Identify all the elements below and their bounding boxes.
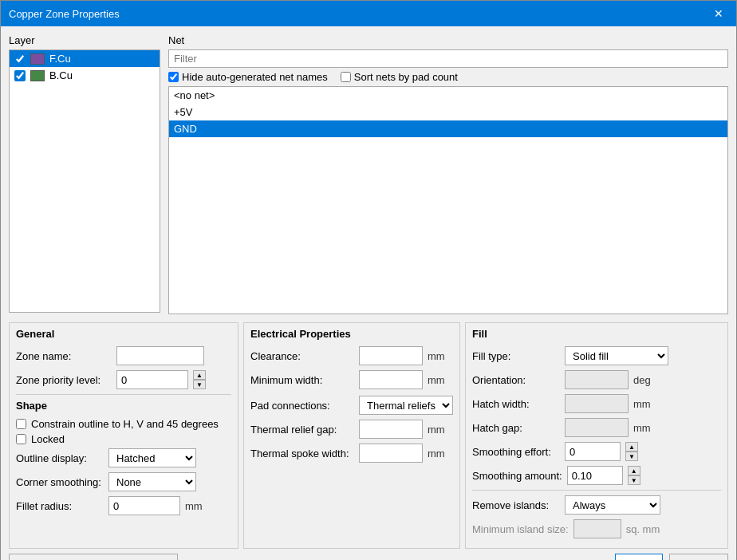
layer-panel: Layer F.Cu B.Cu xyxy=(9,34,160,314)
orientation-unit: deg xyxy=(633,374,651,386)
constrain-checkbox[interactable] xyxy=(16,419,26,429)
export-settings-button[interactable]: Export Settings to Other Zones xyxy=(9,554,178,560)
outline-display-select[interactable]: Hatched Solid Invisible xyxy=(108,448,196,467)
net-item-gnd[interactable]: GND xyxy=(169,120,727,137)
orientation-label: Orientation: xyxy=(472,374,560,386)
smoothing-effort-input[interactable]: 0 xyxy=(565,442,621,461)
smoothing-amount-label: Smoothing amount: xyxy=(472,470,562,482)
shape-title: Shape xyxy=(16,400,231,412)
dialog-title: Copper Zone Properties xyxy=(9,8,120,20)
fillet-radius-label: Fillet radius: xyxy=(16,500,104,512)
net-section-label: Net xyxy=(168,34,728,46)
smoothing-amount-spinner: ▲ ▼ xyxy=(628,466,640,485)
orientation-row: Orientation: 0 deg xyxy=(472,370,721,389)
clearance-label: Clearance: xyxy=(250,350,354,362)
smoothing-amount-row: Smoothing amount: 0.10 ▲ ▼ xyxy=(472,466,721,485)
zone-name-row: Zone name: xyxy=(16,346,231,365)
net-item-nonet[interactable]: <no net> xyxy=(169,87,727,104)
corner-smoothing-row: Corner smoothing: None Chamfer Round xyxy=(16,472,231,491)
layer-bcu-color xyxy=(30,70,45,81)
layer-bcu-checkbox[interactable] xyxy=(14,70,26,81)
sort-by-pad-checkbox[interactable] xyxy=(341,72,351,82)
corner-smoothing-select[interactable]: None Chamfer Round xyxy=(108,472,196,491)
thermal-gap-input[interactable]: 0.508 xyxy=(359,420,423,439)
min-width-label: Minimum width: xyxy=(250,374,354,386)
zone-priority-input[interactable]: 0 xyxy=(116,370,188,389)
dialog-window: Copper Zone Properties ✕ Layer F.Cu B xyxy=(0,0,737,560)
thermal-gap-row: Thermal relief gap: 0.508 mm xyxy=(250,420,453,439)
smoothing-amount-down[interactable]: ▼ xyxy=(628,475,640,485)
net-options: Hide auto-generated net names Sort nets … xyxy=(168,71,728,83)
layer-bcu-label: B.Cu xyxy=(49,69,73,81)
min-width-unit: mm xyxy=(428,374,445,386)
title-bar: Copper Zone Properties ✕ xyxy=(1,1,736,26)
zone-priority-up[interactable]: ▲ xyxy=(193,370,206,380)
pad-connections-label: Pad connections: xyxy=(250,400,354,412)
layer-fcu-checkbox[interactable] xyxy=(14,53,26,65)
net-item-5v[interactable]: +5V xyxy=(169,104,727,120)
min-island-row: Minimum island size: 0 sq. mm xyxy=(472,519,721,538)
hatch-width-label: Hatch width: xyxy=(472,398,560,410)
net-filter-input[interactable] xyxy=(168,49,728,68)
ok-button[interactable]: OK xyxy=(615,554,663,560)
smoothing-effort-down[interactable]: ▼ xyxy=(625,452,638,461)
smoothing-amount-up[interactable]: ▲ xyxy=(628,466,640,475)
hatch-gap-input[interactable]: 1.524 xyxy=(565,418,629,437)
lower-section: General Zone name: Zone priority level: … xyxy=(9,322,728,549)
orientation-input[interactable]: 0 xyxy=(565,370,629,389)
net-list: <no net> +5V GND xyxy=(168,86,728,314)
min-island-label: Minimum island size: xyxy=(472,523,569,535)
top-section: Layer F.Cu B.Cu Net xyxy=(9,34,728,314)
dialog-content: Layer F.Cu B.Cu Net xyxy=(1,26,736,560)
hatch-width-input[interactable]: 1.016 xyxy=(565,394,629,413)
hatch-gap-label: Hatch gap: xyxy=(472,422,560,434)
fillet-radius-unit: mm xyxy=(185,500,203,512)
thermal-gap-label: Thermal relief gap: xyxy=(250,424,354,436)
corner-smoothing-label: Corner smoothing: xyxy=(16,476,104,488)
constrain-row: Constrain outline to H, V and 45 degrees xyxy=(16,418,231,430)
fillet-radius-input[interactable]: 0 xyxy=(108,496,180,515)
close-button[interactable]: ✕ xyxy=(709,6,728,22)
thermal-spoke-unit: mm xyxy=(428,448,445,459)
clearance-input[interactable]: 0.508 xyxy=(359,346,423,365)
zone-priority-row: Zone priority level: 0 ▲ ▼ xyxy=(16,370,231,389)
layer-fcu-label: F.Cu xyxy=(49,53,71,65)
fill-type-select[interactable]: Solid fill Hatched Concentric xyxy=(565,346,668,365)
zone-name-input[interactable] xyxy=(116,346,204,365)
layer-item-fcu[interactable]: F.Cu xyxy=(10,50,160,67)
layer-list: F.Cu B.Cu xyxy=(9,49,160,313)
remove-islands-row: Remove islands: Always Never Below thres… xyxy=(472,495,721,515)
hatch-gap-unit: mm xyxy=(633,422,651,434)
smoothing-effort-up[interactable]: ▲ xyxy=(625,442,638,452)
zone-priority-label: Zone priority level: xyxy=(16,374,112,386)
thermal-spoke-input[interactable]: 0.508 xyxy=(359,444,423,463)
zone-priority-down[interactable]: ▼ xyxy=(193,380,206,389)
min-width-input[interactable]: 0.254 xyxy=(359,370,423,389)
locked-checkbox[interactable] xyxy=(16,434,26,444)
pad-connections-select[interactable]: Thermal reliefs Solid None xyxy=(359,396,453,415)
footer: Export Settings to Other Zones OK Cancel xyxy=(9,549,728,560)
pad-connections-row: Pad connections: Thermal reliefs Solid N… xyxy=(250,396,453,415)
layer-fcu-color xyxy=(30,53,45,65)
hide-auto-checkbox[interactable] xyxy=(168,72,179,82)
smoothing-amount-input[interactable]: 0.10 xyxy=(567,466,623,485)
locked-row: Locked xyxy=(16,433,231,445)
general-shape-col: General Zone name: Zone priority level: … xyxy=(9,322,238,549)
fill-title: Fill xyxy=(472,328,721,340)
layer-item-bcu[interactable]: B.Cu xyxy=(10,67,160,84)
clearance-unit: mm xyxy=(428,350,445,362)
footer-left: Export Settings to Other Zones xyxy=(9,554,178,560)
locked-label: Locked xyxy=(31,433,65,445)
zone-priority-spinner: ▲ ▼ xyxy=(193,370,206,389)
smoothing-effort-row: Smoothing effort: 0 ▲ ▼ xyxy=(472,442,721,461)
cancel-button[interactable]: Cancel xyxy=(669,554,728,560)
min-island-unit: sq. mm xyxy=(626,523,660,535)
smoothing-effort-label: Smoothing effort: xyxy=(472,446,560,458)
remove-islands-select[interactable]: Always Never Below threshold xyxy=(565,495,660,515)
min-island-input[interactable]: 0 xyxy=(573,519,621,538)
general-title: General xyxy=(16,328,231,340)
outline-display-label: Outline display: xyxy=(16,452,104,464)
sort-by-pad-label[interactable]: Sort nets by pad count xyxy=(341,71,458,83)
electrical-title: Electrical Properties xyxy=(250,328,453,340)
hide-auto-label[interactable]: Hide auto-generated net names xyxy=(168,71,328,83)
